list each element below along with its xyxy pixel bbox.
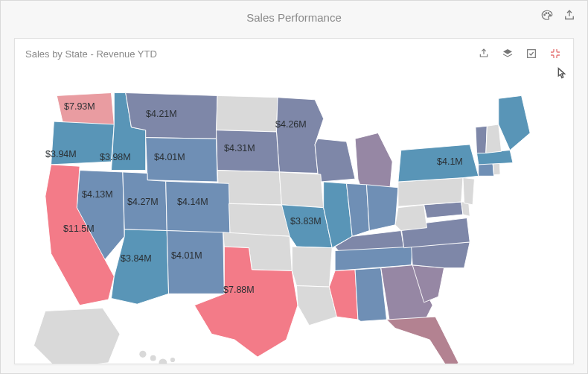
dashboard-container: Sales Performance Sales by State - Reven… [0,0,588,374]
map-card: Sales by State - Revenue YTD [14,38,574,364]
usa-map-svg [22,69,573,364]
state-RI[interactable] [493,163,500,175]
state-OH[interactable] [366,185,397,231]
state-SD[interactable] [217,130,280,172]
svg-point-3 [549,15,551,16]
state-FL[interactable] [386,317,458,364]
svg-rect-4 [528,50,536,58]
state-CT[interactable] [479,163,494,177]
card-title: Sales by State - Revenue YTD [25,48,157,60]
state-WV[interactable] [395,205,426,231]
export-icon[interactable] [562,8,577,23]
state-NH[interactable] [486,124,502,153]
svg-point-7 [159,358,167,364]
state-ND[interactable] [217,95,278,132]
state-PA[interactable] [398,178,463,207]
palette-icon[interactable] [540,8,555,23]
cursor-pointer-icon [553,66,569,83]
state-CO[interactable] [166,181,230,233]
dashboard-title: Sales Performance [246,11,342,24]
state-WY[interactable] [146,138,217,182]
state-HI[interactable] [139,351,175,364]
dashboard-header-actions [540,8,577,23]
card-actions [476,46,563,61]
state-UT[interactable] [123,172,167,231]
svg-point-8 [170,358,175,362]
state-IA[interactable] [279,172,323,208]
dashboard-header: Sales Performance [1,1,587,34]
svg-point-5 [139,351,146,358]
svg-point-6 [150,355,156,361]
state-ME[interactable] [499,95,530,150]
share-icon[interactable] [476,46,491,61]
map-area[interactable]: $7.93M $4.21M $4.26M $4.31M $3.94M $3.98… [15,69,573,364]
state-NJ[interactable] [463,178,474,205]
svg-point-1 [546,13,547,14]
state-OR[interactable] [51,121,115,165]
state-NY[interactable] [398,145,479,182]
card-header: Sales by State - Revenue YTD [15,39,573,69]
state-KS[interactable] [229,203,290,236]
state-AR[interactable] [292,247,332,287]
svg-point-2 [548,13,549,14]
svg-point-0 [544,14,546,16]
minimize-icon[interactable] [548,46,563,61]
state-AK[interactable] [33,308,120,364]
layers-icon[interactable] [500,46,515,61]
select-all-icon[interactable] [524,46,539,61]
state-VT[interactable] [476,126,487,153]
state-NM[interactable] [167,231,224,294]
